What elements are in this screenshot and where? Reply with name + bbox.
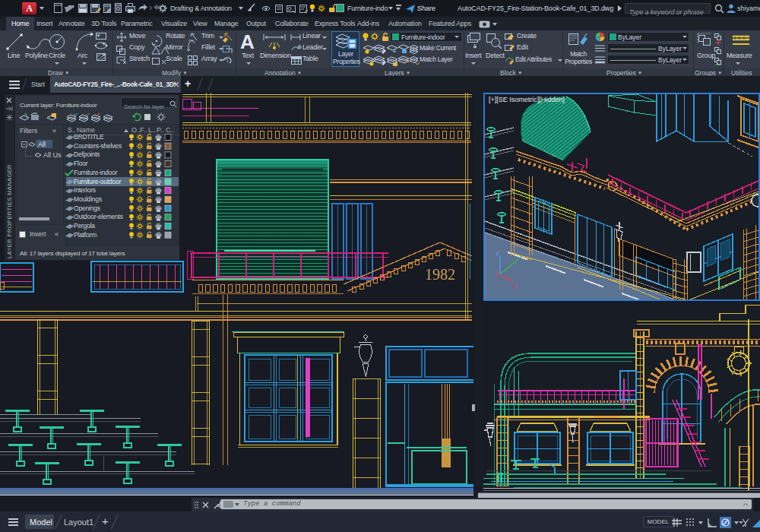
svg-text:1982: 1982 xyxy=(425,266,455,283)
svg-text:Y: Y xyxy=(519,253,524,260)
svg-text:Z: Z xyxy=(496,250,499,257)
svg-text:X: X xyxy=(514,283,518,290)
svg-text:[+][SE Isometric][Hidden]: [+][SE Isometric][Hidden] xyxy=(489,96,565,103)
